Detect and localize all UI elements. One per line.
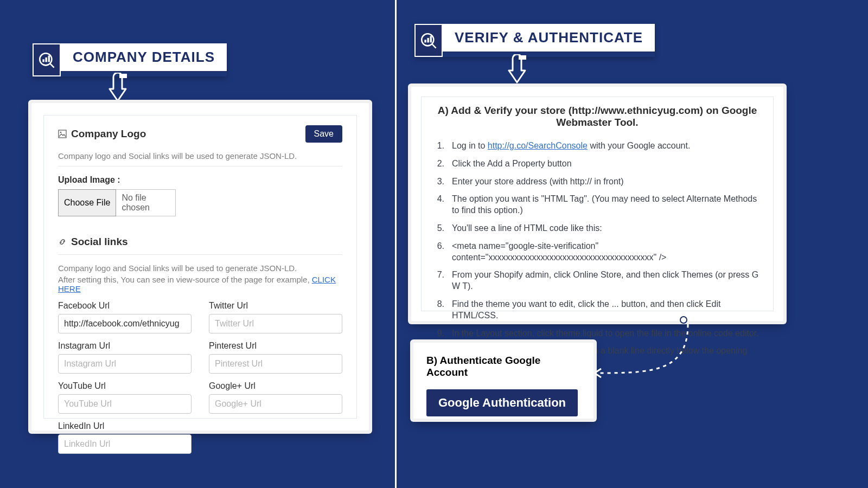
youtube-input[interactable] xyxy=(58,394,192,414)
svg-rect-12 xyxy=(430,36,432,42)
hand-pointer-icon xyxy=(104,73,131,105)
verify-step: 4.The option you want is "HTML Tag". (Yo… xyxy=(433,194,761,216)
google-input[interactable] xyxy=(209,394,342,414)
chart-magnify-icon xyxy=(414,24,443,57)
twitter-input[interactable] xyxy=(209,314,342,333)
verify-step: 7.From your Shopify admin, click Online … xyxy=(433,269,761,292)
authenticate-card: B) Authenticate Google Account Google Au… xyxy=(413,343,593,419)
social-note-2: After setting this, You can see in view-… xyxy=(58,275,342,293)
image-icon xyxy=(58,130,67,138)
svg-rect-4 xyxy=(48,55,50,62)
company-logo-heading: Company Logo xyxy=(58,128,146,140)
verify-step: 6.<meta name="google-site-verification" … xyxy=(433,241,761,264)
search-console-link[interactable]: http://g.co/SearchConsole xyxy=(488,141,588,150)
verify-step: 2.Click the Add a Property button xyxy=(433,158,761,170)
social-note-1: Company logo and Social links will be us… xyxy=(58,264,342,273)
instagram-input[interactable] xyxy=(58,354,192,374)
svg-rect-5 xyxy=(119,74,127,78)
verify-step: 3.Enter your store address (with http://… xyxy=(433,176,761,188)
vertical-divider xyxy=(395,0,397,488)
verify-card-title: A) Add & Verify your store (http://www.e… xyxy=(433,105,761,129)
logo-note: Company logo and Social links will be us… xyxy=(58,151,342,160)
twitter-label: Twitter Url xyxy=(209,301,342,311)
svg-line-1 xyxy=(50,63,54,67)
svg-rect-3 xyxy=(45,57,47,62)
choose-file-button[interactable]: Choose File xyxy=(58,189,116,216)
svg-point-7 xyxy=(60,132,62,133)
title-text: COMPANY DETAILS xyxy=(61,43,227,72)
company-details-card: Company Logo Save Company logo and Socia… xyxy=(31,103,369,431)
pinterest-input[interactable] xyxy=(209,354,342,374)
verify-step: 1.Log in to http://g.co/SearchConsole wi… xyxy=(433,140,761,152)
hand-pointer-icon xyxy=(503,54,531,87)
linkedin-label: LinkedIn Url xyxy=(58,421,192,431)
svg-rect-13 xyxy=(519,55,526,60)
title-company-details: COMPANY DETAILS xyxy=(33,43,227,76)
title-text: VERIFY & AUTHENTICATE xyxy=(443,24,655,53)
pinterest-label: Pinterest Url xyxy=(209,341,342,351)
instagram-label: Instagram Url xyxy=(58,341,192,351)
upload-image-label: Upload Image : xyxy=(58,175,342,185)
authenticate-title: B) Authenticate Google Account xyxy=(426,355,580,378)
link-icon xyxy=(58,237,67,246)
svg-rect-11 xyxy=(427,37,429,42)
verify-card: A) Add & Verify your store (http://www.e… xyxy=(411,87,783,321)
dashed-arrow xyxy=(585,319,693,406)
facebook-input[interactable] xyxy=(58,314,192,333)
verify-step: 8.Find the theme you want to edit, click… xyxy=(433,299,761,322)
youtube-label: YouTube Url xyxy=(58,381,192,391)
title-verify-authenticate: VERIFY & AUTHENTICATE xyxy=(414,24,655,57)
verify-step: 5.You'll see a line of HTML code like th… xyxy=(433,223,761,234)
save-button[interactable]: Save xyxy=(305,125,342,143)
google-label: Google+ Url xyxy=(209,381,342,391)
svg-rect-10 xyxy=(424,40,426,42)
svg-line-9 xyxy=(432,43,436,48)
linkedin-input[interactable] xyxy=(58,434,192,454)
connector-dot xyxy=(680,316,687,324)
chart-magnify-icon xyxy=(33,43,61,76)
social-links-heading: Social links xyxy=(58,236,342,248)
google-authentication-button[interactable]: Google Authentication xyxy=(426,389,578,416)
svg-rect-2 xyxy=(42,59,44,62)
svg-rect-6 xyxy=(59,130,66,138)
no-file-text: No file chosen xyxy=(116,189,176,216)
facebook-label: Facebook Url xyxy=(58,301,192,311)
